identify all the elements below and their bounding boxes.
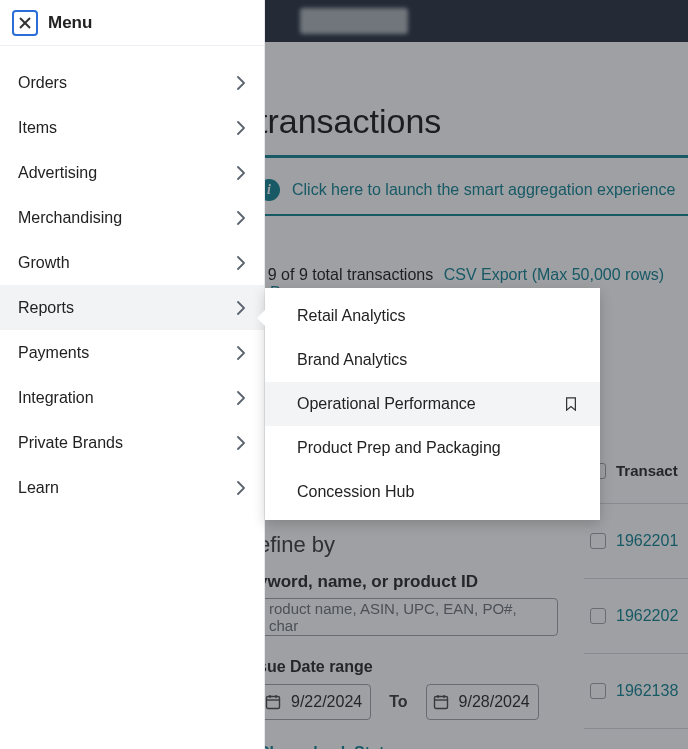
submenu-item-label: Retail Analytics [297,307,406,325]
side-menu: Menu OrdersItemsAdvertisingMerchandising… [0,0,265,749]
menu-item-label: Private Brands [18,434,123,452]
submenu-item-label: Product Prep and Packaging [297,439,501,457]
menu-item-label: Orders [18,74,67,92]
divider [258,155,688,158]
info-text: Click here to launch the smart aggregati… [292,181,675,199]
menu-item-label: Learn [18,479,59,497]
close-button[interactable] [12,10,38,36]
count-text: - 9 of 9 total transactions [258,266,433,283]
submenu-item-retail-analytics[interactable]: Retail Analytics [265,294,600,338]
to-label: To [389,693,407,711]
chevron-right-icon [236,166,246,180]
menu-item-private-brands[interactable]: Private Brands [0,420,264,465]
menu-item-advertising[interactable]: Advertising [0,150,264,195]
calendar-icon [433,694,449,710]
chevron-right-icon [236,391,246,405]
row-checkbox[interactable] [590,608,606,624]
csv-export-link[interactable]: CSV Export (Max 50,000 rows) [444,266,665,283]
menu-item-label: Merchandising [18,209,122,227]
chevron-right-icon [236,76,246,90]
submenu-item-product-prep-and-packaging[interactable]: Product Prep and Packaging [265,426,600,470]
menu-item-label: Integration [18,389,94,407]
close-icon [18,16,32,30]
menu-item-reports[interactable]: Reports [0,285,264,330]
table-row[interactable]: 1961826 [584,729,688,749]
menu-item-growth[interactable]: Growth [0,240,264,285]
menu-item-label: Payments [18,344,89,362]
date-to-input[interactable]: 9/28/2024 [426,684,539,720]
submenu-item-brand-analytics[interactable]: Brand Analytics [265,338,600,382]
page-title: transactions [258,102,688,141]
marketplace-chip[interactable] [300,8,408,34]
menu-item-label: Reports [18,299,74,317]
search-input[interactable]: roduct name, ASIN, UPC, EAN, PO#, char [258,598,558,636]
table-row[interactable]: 1962202 [584,579,688,654]
chevron-right-icon [236,436,246,450]
svg-rect-4 [434,697,447,709]
menu-item-label: Advertising [18,164,97,182]
menu-item-payments[interactable]: Payments [0,330,264,375]
reports-submenu: Retail AnalyticsBrand AnalyticsOperation… [265,288,600,520]
svg-rect-0 [267,697,280,709]
chevron-right-icon [236,121,246,135]
menu-item-label: Growth [18,254,70,272]
table-row[interactable]: 1962138 [584,654,688,729]
chevron-right-icon [236,481,246,495]
menu-item-label: Items [18,119,57,137]
info-bar[interactable]: i Click here to launch the smart aggrega… [258,170,688,210]
menu-item-learn[interactable]: Learn [0,465,264,510]
chevron-right-icon [236,211,246,225]
submenu-item-label: Brand Analytics [297,351,407,369]
menu-item-merchandising[interactable]: Merchandising [0,195,264,240]
divider [258,214,688,216]
menu-title: Menu [48,13,92,33]
chevron-right-icon [236,256,246,270]
row-checkbox[interactable] [590,533,606,549]
menu-item-integration[interactable]: Integration [0,375,264,420]
bookmark-icon[interactable] [564,397,578,411]
row-checkbox[interactable] [590,683,606,699]
submenu-item-label: Concession Hub [297,483,414,501]
chevron-right-icon [236,346,246,360]
menu-item-orders[interactable]: Orders [0,60,264,105]
submenu-item-operational-performance[interactable]: Operational Performance [265,382,600,426]
submenu-item-concession-hub[interactable]: Concession Hub [265,470,600,514]
date-from-input[interactable]: 9/22/2024 [258,684,371,720]
menu-item-items[interactable]: Items [0,105,264,150]
submenu-item-label: Operational Performance [297,395,476,413]
calendar-icon [265,694,281,710]
chevron-right-icon [236,301,246,315]
